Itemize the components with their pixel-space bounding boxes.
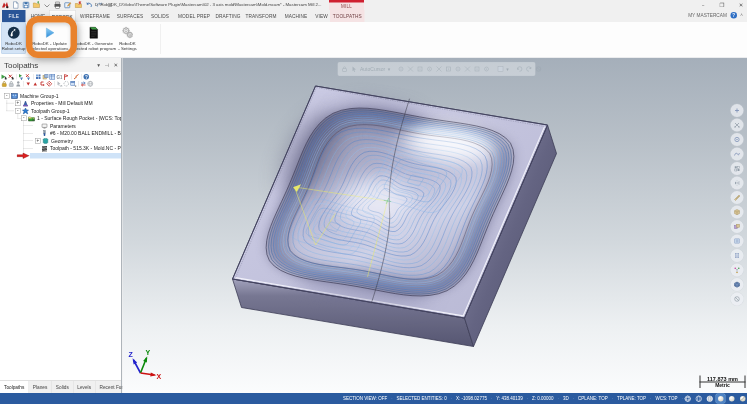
spin-icon[interactable] xyxy=(525,66,532,73)
panel-tool-help-icon[interactable]: ? xyxy=(83,73,90,80)
tangent-snap-icon[interactable] xyxy=(473,66,480,73)
tab-transform[interactable]: TRANSFORM xyxy=(244,10,278,22)
ribbon-button-robodk-logo[interactable]: RoboDK Robot setup xyxy=(2,23,26,54)
print-icon[interactable] xyxy=(54,1,62,9)
view-mode-wireframe[interactable] xyxy=(683,394,692,403)
tab-wireframe[interactable]: WIREFRAME xyxy=(79,10,111,22)
status-wcs[interactable]: WCS: TOP xyxy=(655,396,677,401)
panel-tool-simulation-options-icon[interactable] xyxy=(87,80,94,87)
panel-tool-edit-toolpath-icon[interactable] xyxy=(73,73,80,80)
status-selected-entities[interactable]: SELECTED ENTITIES: 0 xyxy=(397,396,447,401)
dropdown-icon[interactable] xyxy=(43,1,51,9)
quadrant-snap-icon[interactable] xyxy=(454,66,461,73)
expander-expanded[interactable]: - xyxy=(15,108,21,114)
panel-tool-verify-icon[interactable] xyxy=(42,73,49,80)
close-icon[interactable]: ✕ xyxy=(113,62,118,69)
lock-icon[interactable] xyxy=(341,66,348,73)
selection-box-icon[interactable] xyxy=(497,66,504,73)
chevron-down-icon[interactable]: ▾ xyxy=(97,62,100,69)
panel-tool-toggle-post-icon[interactable] xyxy=(15,80,22,87)
collapse-ribbon-icon[interactable]: ˄ xyxy=(740,13,743,18)
rail-surfaces-button[interactable] xyxy=(731,220,744,233)
autocursor-dropdown[interactable]: ▾ xyxy=(388,66,391,72)
point-snap-icon[interactable] xyxy=(407,66,414,73)
tree-item[interactable]: Parameters xyxy=(35,122,76,130)
view-mode-hidden[interactable] xyxy=(694,394,703,403)
graphics-viewport[interactable]: AutoCursor▾▾ ZYX 117.873 mm Metric xyxy=(123,58,747,393)
panel-tool-rapid-feed-icon[interactable] xyxy=(63,73,70,80)
rail-measure-button[interactable] xyxy=(731,191,744,204)
panel-tool-insert-above-icon[interactable] xyxy=(39,80,46,87)
status-coord-y[interactable]: Y: 438.40139 xyxy=(496,396,523,401)
view-mode-shaded[interactable] xyxy=(716,394,725,403)
new-file-icon[interactable] xyxy=(12,1,20,9)
autocursor-icon[interactable] xyxy=(351,66,358,73)
crosshair-snap-icon[interactable] xyxy=(397,66,404,73)
panel-tool-post-g1-icon[interactable]: G1 xyxy=(56,73,63,80)
view-mode-shaded-edges[interactable] xyxy=(727,394,736,403)
zoom-fit-icon[interactable] xyxy=(75,1,83,9)
panel-tab-levels[interactable]: Levels xyxy=(73,381,95,393)
rail-add-button[interactable] xyxy=(731,104,744,117)
expander-collapsed[interactable]: + xyxy=(15,101,21,107)
my-mastercam[interactable]: MY MASTERCAM ? ˄ xyxy=(688,12,743,19)
tab-solids[interactable]: SOLIDS xyxy=(149,10,171,22)
rail-pattern-button[interactable] xyxy=(731,162,744,175)
rail-mirror-button[interactable] xyxy=(731,177,744,190)
panel-tool-display-options-icon[interactable] xyxy=(70,80,77,87)
tree-item[interactable]: -Machine Group-1 xyxy=(4,92,59,100)
tree-item[interactable]: +Properties - Mill Default MM xyxy=(15,100,93,108)
open-folder-icon[interactable] xyxy=(33,1,41,9)
status-coord-z[interactable]: Z: 0.00000 xyxy=(532,396,554,401)
tree-item[interactable]: +Geometry xyxy=(35,137,73,145)
panel-tool-select-all-operations-icon[interactable] xyxy=(1,73,8,80)
disable-icon[interactable] xyxy=(535,66,542,73)
endpoint-snap-icon[interactable] xyxy=(426,66,433,73)
tab-toolpaths[interactable]: TOOLPATHS xyxy=(330,10,365,22)
rail-plane-button[interactable] xyxy=(731,249,744,262)
panel-tool-regen-selected-icon[interactable] xyxy=(18,73,25,80)
rail-section-button[interactable] xyxy=(731,293,744,306)
ribbon-button-program-file[interactable]: RoboDK - Generate selected robot program xyxy=(73,23,115,53)
rail-solid-button[interactable] xyxy=(731,206,744,219)
close-button[interactable]: ✕ xyxy=(737,1,745,8)
tree-item[interactable]: -Toolpath Group-1 xyxy=(15,107,70,115)
panel-tool-move-insert-up-icon[interactable] xyxy=(32,80,39,87)
minimize-button[interactable]: – xyxy=(699,1,707,8)
panel-tab-planes[interactable]: Planes xyxy=(29,381,52,393)
panel-tool-only-display-associative-icon[interactable] xyxy=(63,80,70,87)
panel-tab-toolpaths[interactable]: Toolpaths xyxy=(0,381,29,393)
panel-tool-regen-dirty-icon[interactable] xyxy=(25,73,32,80)
view-mode-outline[interactable] xyxy=(705,394,714,403)
panel-tool-unselect-all-operations-icon[interactable] xyxy=(8,73,15,80)
selection-dropdown[interactable]: ▾ xyxy=(506,66,509,72)
midpoint-snap-icon[interactable] xyxy=(416,66,423,73)
status-mode-3d[interactable]: 3D xyxy=(563,396,569,401)
tab-surfaces[interactable]: SURFACES xyxy=(116,10,144,22)
expander-expanded[interactable]: - xyxy=(21,116,27,122)
save-as-icon[interactable] xyxy=(64,1,72,9)
help-icon[interactable]: ? xyxy=(730,12,737,19)
save-icon[interactable] xyxy=(22,1,30,9)
panel-tool-backplot-icon[interactable] xyxy=(35,73,42,80)
panel-tool-toggle-display-posted-icon[interactable] xyxy=(80,80,87,87)
panel-tool-only-display-selected-icon[interactable] xyxy=(56,80,63,87)
perp-snap-icon[interactable] xyxy=(483,66,490,73)
tab-machine[interactable]: MACHINE xyxy=(281,10,311,22)
panel-tool-simulate-icon[interactable] xyxy=(49,73,56,80)
center-snap-icon[interactable] xyxy=(445,66,452,73)
panel-tool-lock-toolpaths-icon[interactable] xyxy=(1,80,8,87)
rail-levels-list-button[interactable] xyxy=(731,235,744,248)
orbit-icon[interactable] xyxy=(516,66,523,73)
undo-icon[interactable] xyxy=(85,1,93,9)
tree-item[interactable]: -1 - Surface Rough Pocket - [WCS: Top] -… xyxy=(21,115,121,123)
rail-trim-button[interactable] xyxy=(731,119,744,132)
tree-item[interactable]: #6 - M20.00 BALL ENDMILL - BALL-NOSE xyxy=(35,130,121,138)
angle-snap-icon[interactable] xyxy=(464,66,471,73)
intersect-snap-icon[interactable] xyxy=(435,66,442,73)
tab-model-prep[interactable]: MODEL PREP xyxy=(175,10,213,22)
panel-tab-solids[interactable]: Solids xyxy=(52,381,73,393)
panel-tool-lock-all-icon[interactable] xyxy=(8,80,15,87)
status-coord-x[interactable]: X: -1098.02775 xyxy=(456,396,487,401)
status-tplane[interactable]: TPLANE: TOP xyxy=(617,396,646,401)
